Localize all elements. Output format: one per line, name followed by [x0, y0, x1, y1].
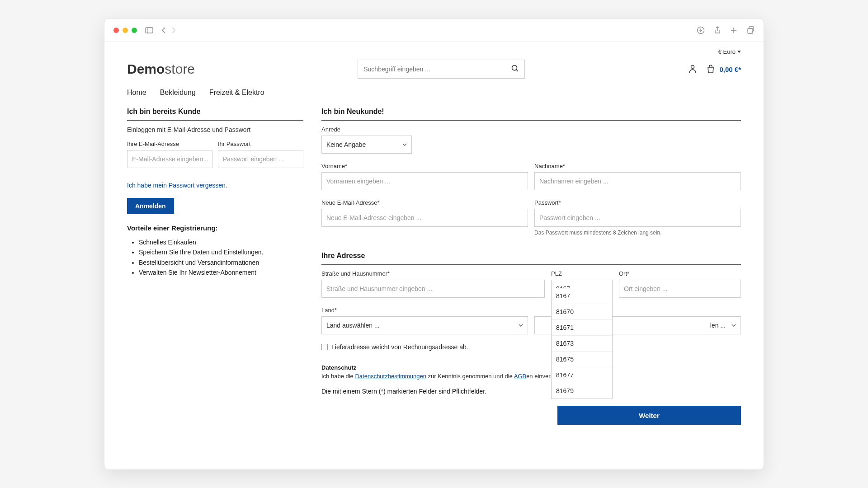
plz-option[interactable]: 81675 — [552, 352, 612, 367]
login-email-input[interactable] — [127, 150, 212, 168]
anrede-select[interactable]: Keine Angabe — [321, 136, 412, 154]
nav-bekleidung[interactable]: Bekleidung — [160, 89, 196, 97]
plz-option[interactable]: 81679 — [552, 383, 612, 399]
svg-rect-0 — [146, 28, 153, 33]
benefit-item: Verwalten Sie Ihr Newsletter-Abonnement — [139, 267, 303, 277]
search-box — [358, 60, 525, 79]
shipping-diff-checkbox[interactable] — [321, 344, 328, 350]
currency-selector[interactable]: € Euro — [718, 48, 741, 55]
vorname-input[interactable] — [321, 172, 528, 190]
plz-option[interactable]: 81673 — [552, 336, 612, 352]
street-label: Straße und Hausnummer* — [321, 270, 545, 277]
register-email-input[interactable] — [321, 209, 528, 227]
plz-option[interactable]: 8167 — [552, 288, 612, 304]
login-password-label: Ihr Passwort — [218, 141, 303, 147]
privacy-heading: Datenschutz — [321, 364, 741, 371]
new-tab-icon[interactable] — [730, 27, 737, 34]
address-title: Ihre Adresse — [321, 252, 741, 265]
privacy-text: Ich habe die Datenschutzbestimmungen zur… — [321, 373, 741, 380]
password-hint: Das Passwort muss mindestens 8 Zeichen l… — [534, 230, 741, 236]
login-subtitle: Einloggen mit E-Mail-Adresse und Passwor… — [127, 126, 303, 133]
forward-button[interactable] — [171, 27, 176, 34]
share-icon[interactable] — [714, 26, 721, 34]
plz-option[interactable]: 81670 — [552, 304, 612, 320]
window-controls[interactable] — [113, 28, 137, 33]
login-title: Ich bin bereits Kunde — [127, 108, 303, 121]
minimize-window-button[interactable] — [123, 28, 128, 33]
chevron-down-icon — [519, 324, 523, 327]
benefit-item: Bestellübersicht und Versandinformatione… — [139, 258, 303, 267]
login-email-label: Ihre E-Mail-Adresse — [127, 141, 212, 147]
downloads-icon[interactable] — [697, 26, 705, 34]
search-icon[interactable] — [511, 65, 519, 74]
nav-home[interactable]: Home — [127, 89, 146, 97]
cart-amount: 0,00 €* — [719, 66, 741, 73]
sidebar-toggle-icon[interactable] — [145, 27, 153, 33]
currency-label: € Euro — [718, 48, 736, 55]
privacy-link[interactable]: Datenschutzbestimmungen — [355, 373, 426, 380]
land-select[interactable]: Land auswählen ... — [321, 316, 528, 334]
svg-point-4 — [512, 66, 517, 70]
benefit-item: Schnelles Einkaufen — [139, 237, 303, 247]
agb-link[interactable]: AGB — [514, 373, 526, 380]
bundesland-value: len ... — [710, 322, 726, 329]
land-value: Land auswählen ... — [326, 322, 380, 329]
cart-link[interactable]: 0,00 €* — [706, 64, 741, 74]
register-password-input[interactable] — [534, 209, 741, 227]
ort-input[interactable] — [619, 280, 741, 298]
logo-bold: Demo — [127, 61, 165, 76]
anrede-label: Anrede — [321, 126, 741, 133]
nachname-input[interactable] — [534, 172, 741, 190]
main-nav: Home Bekleidung Freizeit & Elektro — [104, 85, 764, 103]
tabs-icon[interactable] — [746, 26, 755, 34]
street-input[interactable] — [321, 280, 545, 298]
ort-label: Ort* — [619, 270, 741, 277]
plz-option[interactable]: 81671 — [552, 320, 612, 336]
required-note: Die mit einem Stern (*) markierten Felde… — [321, 388, 741, 395]
benefits-title: Vorteile einer Registrierung: — [127, 224, 303, 232]
register-email-label: Neue E-Mail-Adresse* — [321, 199, 528, 206]
account-icon[interactable] — [688, 64, 698, 75]
login-button[interactable]: Anmelden — [127, 198, 174, 214]
titlebar — [104, 19, 764, 42]
logo[interactable]: Demostore — [127, 61, 195, 77]
benefits-list: Schnelles Einkaufen Speichern Sie Ihre D… — [127, 237, 303, 278]
browser-window: € Euro Demostore — [104, 18, 764, 470]
svg-point-5 — [691, 65, 694, 68]
benefit-item: Speichern Sie Ihre Daten und Einstellung… — [139, 247, 303, 257]
land-label: Land* — [321, 307, 528, 314]
search-input[interactable] — [363, 66, 511, 73]
forgot-password-link[interactable]: Ich habe mein Passwort vergessen. — [127, 182, 303, 189]
logo-rest: store — [165, 61, 195, 76]
register-password-label: Passwort* — [534, 199, 741, 206]
close-window-button[interactable] — [113, 28, 119, 33]
anrede-value: Keine Angabe — [326, 141, 366, 148]
nav-freizeit[interactable]: Freizeit & Elektro — [209, 89, 264, 97]
back-button[interactable] — [161, 27, 166, 34]
chevron-down-icon — [731, 324, 736, 327]
chevron-down-icon — [402, 143, 407, 146]
vorname-label: Vorname* — [321, 163, 528, 169]
register-title: Ich bin Neukunde! — [321, 108, 741, 121]
continue-button[interactable]: Weiter — [557, 406, 741, 425]
nachname-label: Nachname* — [534, 163, 741, 169]
plz-label: PLZ — [551, 270, 613, 277]
plz-option[interactable]: 81677 — [552, 367, 612, 383]
login-password-input[interactable] — [218, 150, 303, 168]
maximize-window-button[interactable] — [132, 28, 137, 33]
plz-autocomplete-dropdown: 8167 81670 81671 81673 81675 81677 81679 — [551, 288, 613, 399]
shipping-diff-label: Lieferadresse weicht von Rechnungsadress… — [331, 343, 468, 351]
